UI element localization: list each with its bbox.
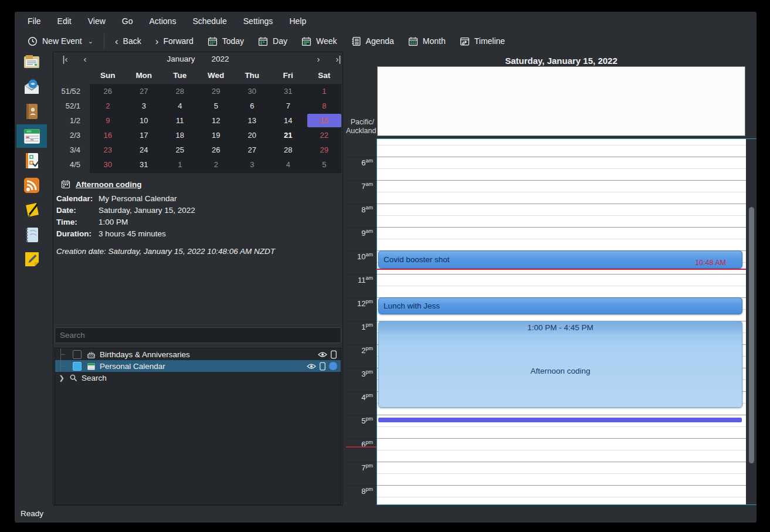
month-button[interactable]: January	[167, 55, 195, 63]
week-view-button[interactable]: Week	[294, 32, 344, 50]
device-icon[interactable]	[330, 350, 337, 359]
today-button[interactable]: Today	[201, 32, 251, 50]
week-number[interactable]: 52/1	[53, 99, 90, 113]
date-cell[interactable]: 13	[234, 113, 270, 128]
date-cell[interactable]: 24	[126, 143, 162, 157]
agenda-event[interactable]: Lunch with Jess	[378, 297, 742, 314]
date-cell[interactable]: 11	[162, 113, 198, 128]
next-month-button[interactable]: ›	[311, 54, 325, 64]
grid-line	[377, 239, 746, 239]
menu-help[interactable]: Help	[281, 12, 314, 31]
date-cell[interactable]: 27	[126, 84, 162, 99]
date-cell[interactable]: 19	[198, 128, 235, 143]
date-cell[interactable]: 22	[306, 128, 342, 143]
all-day-area[interactable]	[377, 66, 745, 136]
agenda-selection-marker[interactable]	[378, 418, 742, 422]
date-cell[interactable]: 20	[234, 128, 270, 143]
sidebar-item-notes[interactable]	[16, 223, 47, 246]
date-cell[interactable]: 28	[162, 84, 198, 99]
date-cell[interactable]: 2	[90, 99, 126, 113]
calendar-color-swatch[interactable]	[329, 362, 337, 370]
date-cell[interactable]: 26	[198, 143, 235, 157]
date-cell[interactable]: 30	[234, 84, 270, 99]
date-cell[interactable]: 5	[198, 99, 235, 113]
visibility-eye-icon[interactable]	[318, 351, 327, 358]
sidebar-item-contacts[interactable]	[16, 100, 47, 123]
calendar-row-personal[interactable]: Personal Calendar	[55, 360, 341, 372]
menu-actions[interactable]: Actions	[141, 12, 184, 31]
date-cell[interactable]: 31	[126, 157, 162, 172]
date-cell[interactable]: 3	[234, 157, 270, 172]
sidebar-item-feeds[interactable]	[16, 174, 47, 197]
date-cell[interactable]: 6	[234, 99, 270, 113]
menu-edit[interactable]: Edit	[49, 12, 80, 31]
year-button[interactable]: 2022	[211, 55, 229, 63]
week-number[interactable]: 2/3	[53, 128, 90, 143]
agenda-scrollbar[interactable]	[746, 139, 757, 504]
date-cell[interactable]: 17	[126, 128, 162, 143]
date-cell[interactable]: 5	[306, 157, 342, 172]
date-cell[interactable]: 10	[126, 113, 162, 128]
date-cell[interactable]: 16	[90, 128, 126, 143]
date-cell[interactable]: 27	[234, 143, 270, 157]
date-cell[interactable]: 12	[198, 113, 235, 128]
date-cell[interactable]: 15	[307, 114, 341, 127]
date-cell[interactable]: 18	[162, 128, 198, 143]
sidebar-item-summary[interactable]	[16, 50, 47, 74]
date-cell[interactable]: 4	[162, 99, 198, 113]
date-cell[interactable]: 14	[270, 113, 307, 128]
menu-go[interactable]: Go	[114, 12, 141, 31]
date-cell[interactable]: 28	[270, 143, 307, 157]
menu-file[interactable]: File	[19, 12, 49, 31]
date-cell[interactable]: 29	[198, 84, 235, 99]
agenda-event[interactable]: Covid booster shot	[378, 250, 742, 269]
week-number[interactable]: 51/52	[53, 84, 90, 99]
new-event-button[interactable]: New Event ⌄	[21, 32, 100, 50]
device-icon[interactable]	[319, 362, 326, 371]
date-cell[interactable]: 23	[90, 143, 126, 157]
back-button[interactable]: ‹ Back	[108, 32, 148, 50]
week-number[interactable]: 3/4	[53, 143, 90, 157]
date-cell[interactable]: 25	[162, 143, 198, 157]
date-cell[interactable]: 26	[90, 84, 126, 99]
date-cell[interactable]: 1	[306, 84, 342, 99]
sidebar-item-journal[interactable]	[16, 198, 47, 222]
scrollbar-thumb[interactable]	[749, 207, 754, 463]
date-cell[interactable]: 4	[270, 157, 307, 172]
date-cell[interactable]: 3	[126, 99, 162, 113]
week-number[interactable]: 4/5	[53, 157, 90, 172]
agenda-grid[interactable]: Covid booster shotLunch with Jess1:00 PM…	[377, 139, 746, 504]
date-cell[interactable]: 30	[90, 157, 126, 172]
calendar-row-birthdays[interactable]: Birthdays & Anniversaries	[55, 348, 341, 360]
sidebar-item-todo[interactable]	[16, 149, 47, 172]
visibility-eye-icon[interactable]	[307, 362, 316, 370]
menu-view[interactable]: View	[80, 12, 114, 31]
personal-checkbox[interactable]	[73, 362, 82, 371]
next-year-button[interactable]: ›|	[331, 54, 345, 64]
day-view-button[interactable]: Day	[251, 32, 294, 50]
date-cell[interactable]: 7	[270, 99, 307, 113]
timeline-view-button[interactable]: Timeline	[453, 32, 512, 50]
agenda-event[interactable]: 1:00 PM - 4:45 PMAfternoon coding	[378, 321, 742, 408]
week-number[interactable]: 1/2	[53, 113, 90, 128]
agenda-view-button[interactable]: Agenda	[344, 32, 401, 50]
birthdays-checkbox[interactable]	[73, 350, 82, 359]
date-cell[interactable]: 9	[90, 113, 126, 128]
date-cell[interactable]: 21	[270, 128, 307, 143]
calendar-row-search[interactable]: ❯ Search	[55, 372, 341, 384]
month-view-button[interactable]: Month	[401, 32, 453, 50]
date-cell[interactable]: 1	[162, 157, 198, 172]
menu-settings[interactable]: Settings	[235, 12, 281, 31]
menu-schedule[interactable]: Schedule	[184, 12, 235, 31]
expander-chevron-icon[interactable]: ❯	[57, 374, 66, 382]
sidebar-item-sticky-notes[interactable]	[16, 248, 47, 271]
forward-button[interactable]: › Forward	[148, 32, 201, 50]
date-cell[interactable]: 8	[306, 99, 342, 113]
date-cell[interactable]: 29	[306, 143, 342, 157]
event-title-link[interactable]: Afternoon coding	[76, 180, 141, 189]
search-input[interactable]	[55, 327, 341, 343]
date-cell[interactable]: 2	[198, 157, 235, 172]
sidebar-item-mail[interactable]	[16, 75, 47, 99]
sidebar-item-calendar[interactable]	[16, 124, 47, 148]
date-cell[interactable]: 31	[270, 84, 307, 99]
